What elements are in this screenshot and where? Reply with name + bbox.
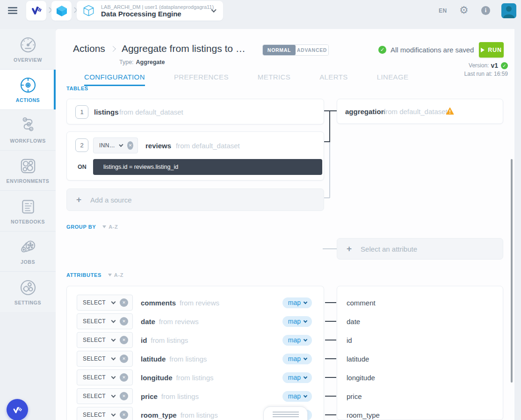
sidebar-item-environments[interactable]: ENVIRONMENTS xyxy=(0,151,56,191)
sidebar-item-overview[interactable]: OVERVIEW xyxy=(0,29,56,70)
join-connector-line xyxy=(329,110,330,142)
join-condition[interactable]: listings.id = reviews.listing_id xyxy=(93,159,322,175)
chevron-down-icon xyxy=(111,337,116,342)
sidebar-item-settings[interactable]: SETTINGS xyxy=(0,272,56,312)
user-avatar[interactable] xyxy=(501,3,516,18)
tab-alerts[interactable]: ALERTS xyxy=(319,73,347,86)
run-button[interactable]: RUN xyxy=(479,42,504,58)
map-type-dropdown[interactable]: map xyxy=(282,297,312,308)
add-source-connector-line xyxy=(329,142,330,198)
project-selector[interactable]: LAB_ARCHI_DM | user1 (dataplaneprodgagra… xyxy=(77,1,223,21)
sidebar-item-workflows[interactable]: WORKFLOWS xyxy=(0,110,56,151)
source-table-dataset: from default_dataset xyxy=(119,108,183,116)
target-table-dataset: from default_dataset xyxy=(384,108,448,116)
settings-gear-icon[interactable]: ⚙ xyxy=(459,4,469,16)
attribute-source: from listings xyxy=(176,374,214,382)
attribute-name: id xyxy=(141,336,147,344)
attribute-name: comments xyxy=(141,299,176,307)
sidebar-item-jobs[interactable]: JOBS xyxy=(0,232,56,272)
cube-icon xyxy=(56,5,68,17)
preview-pull-handle[interactable] xyxy=(263,406,308,420)
aggregation-function-dropdown[interactable]: SELECT ✕ xyxy=(77,295,133,311)
chevron-down-icon xyxy=(111,300,116,304)
attributes-sort-control[interactable]: A-Z xyxy=(108,272,123,278)
assistant-fab-button[interactable] xyxy=(7,399,28,420)
tab-bar: CONFIGURATION PREFERENCES METRICS ALERTS… xyxy=(84,73,408,86)
source-index-badge: 2 xyxy=(75,138,88,152)
output-attribute[interactable]: price xyxy=(337,387,503,406)
last-run-time: Last run at: 16:59 xyxy=(464,71,508,77)
group-by-sort-control[interactable]: A-Z xyxy=(102,224,118,230)
chevron-down-icon xyxy=(119,143,123,147)
source-card-listings[interactable]: 1 listings from default_dataset xyxy=(66,99,324,124)
breadcrumb-root[interactable]: Actions xyxy=(73,43,105,54)
aggregation-function-dropdown[interactable]: SELECT ✕ xyxy=(77,388,133,404)
clear-attribute-icon[interactable]: ✕ xyxy=(120,336,128,344)
target-card-aggregation[interactable]: aggregation from default_dataset xyxy=(337,99,503,124)
target-icon xyxy=(18,76,38,94)
join-connector-line xyxy=(324,110,337,111)
map-type-dropdown[interactable]: map xyxy=(282,372,312,383)
language-selector[interactable]: EN xyxy=(439,7,447,14)
menu-icon[interactable] xyxy=(8,7,17,14)
belt-drive-icon xyxy=(18,238,38,256)
vertical-scrollbar[interactable] xyxy=(511,159,513,383)
brand-logo[interactable] xyxy=(26,1,46,21)
module-logo[interactable] xyxy=(51,1,72,21)
add-source-connector-line xyxy=(324,197,330,198)
chevron-down-icon xyxy=(304,300,307,304)
output-attribute[interactable]: room_type xyxy=(337,406,503,420)
add-source-button[interactable]: + Add a source xyxy=(66,188,324,211)
output-attribute[interactable]: date xyxy=(337,312,503,331)
map-type-dropdown[interactable]: map xyxy=(282,335,312,346)
clear-attribute-icon[interactable]: ✕ xyxy=(120,392,128,400)
chevron-down-icon xyxy=(111,319,116,323)
tab-configuration[interactable]: CONFIGURATION xyxy=(84,73,145,86)
normal-mode-button[interactable]: NORMAL xyxy=(263,45,296,55)
clear-attribute-icon[interactable]: ✕ xyxy=(120,355,128,363)
map-type-dropdown[interactable]: map xyxy=(282,354,312,364)
output-attribute[interactable]: longitude xyxy=(337,368,503,387)
clear-attribute-icon[interactable]: ✕ xyxy=(120,298,128,307)
tab-lineage[interactable]: LINEAGE xyxy=(377,73,409,86)
join-type-dropdown[interactable]: INN… ✕ xyxy=(93,138,138,153)
brand-mark-icon xyxy=(30,5,43,17)
sidebar: OVERVIEW ACTIONS WORKFLOWS ENVIRONMENTS xyxy=(0,29,56,312)
clear-attribute-icon[interactable]: ✕ xyxy=(120,373,128,382)
clear-attribute-icon[interactable]: ✕ xyxy=(120,317,128,326)
chevron-down-icon xyxy=(304,393,307,397)
save-status: ✓ All modifications are saved xyxy=(378,46,474,54)
attribute-source: from listings xyxy=(161,392,199,400)
aggregation-function-dropdown[interactable]: SELECT ✕ xyxy=(77,313,133,329)
info-icon[interactable]: i xyxy=(481,6,490,15)
aggregation-function-dropdown[interactable]: SELECT ✕ xyxy=(77,369,133,385)
output-attribute[interactable]: comment xyxy=(337,293,503,312)
action-type: Type:Aggregate xyxy=(119,59,165,65)
attribute-source: from listings xyxy=(169,355,207,363)
tables-section-label: TABLES xyxy=(66,86,88,91)
app-title: Data Processing Engine xyxy=(101,10,181,18)
tab-preferences[interactable]: PREFERENCES xyxy=(174,73,229,86)
tab-metrics[interactable]: METRICS xyxy=(258,73,290,86)
clear-join-icon[interactable]: ✕ xyxy=(127,141,133,150)
chevron-down-icon xyxy=(304,356,307,360)
sidebar-item-notebooks[interactable]: NOTEBOOKS xyxy=(0,191,56,232)
source-table-name: reviews xyxy=(145,142,171,150)
output-attribute[interactable]: id xyxy=(337,331,503,349)
select-attribute-button[interactable]: + Select an attribute xyxy=(337,238,503,260)
sidebar-item-actions[interactable]: ACTIONS xyxy=(0,70,56,110)
source-card-reviews[interactable]: 2 INN… ✕ reviews from default_dataset ON… xyxy=(66,131,324,181)
map-type-dropdown[interactable]: map xyxy=(282,391,312,402)
aggregation-function-dropdown[interactable]: SELECT ✕ xyxy=(77,407,133,420)
attribute-row: SELECT ✕ longitude from listings map xyxy=(67,368,324,387)
attribute-row: SELECT ✕ date from reviews map xyxy=(67,312,324,331)
play-icon xyxy=(481,48,485,52)
aggregation-function-dropdown[interactable]: SELECT ✕ xyxy=(77,332,133,348)
attributes-section-label: ATTRIBUTES A-Z xyxy=(66,272,123,278)
clear-attribute-icon[interactable]: ✕ xyxy=(120,411,128,419)
advanced-mode-button[interactable]: ADVANCED xyxy=(296,45,328,55)
aggregation-function-dropdown[interactable]: SELECT ✕ xyxy=(77,351,133,367)
map-type-dropdown[interactable]: map xyxy=(282,316,312,327)
output-attribute[interactable]: latitude xyxy=(337,349,503,368)
workflow-icon xyxy=(18,116,38,135)
